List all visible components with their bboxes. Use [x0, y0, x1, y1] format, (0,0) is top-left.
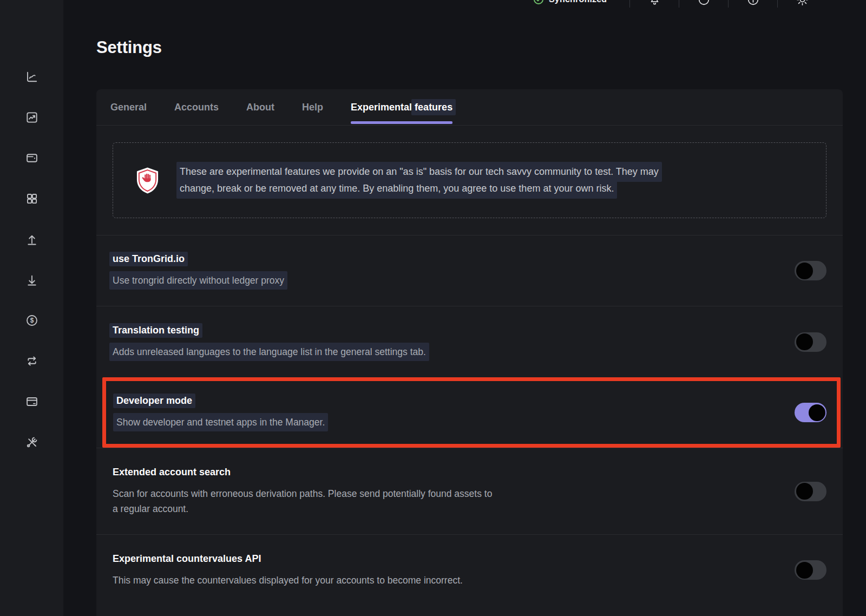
settings-button[interactable] [778, 0, 826, 6]
buy-sell-dollar-icon: $ [25, 313, 39, 327]
countervalues-api-toggle[interactable] [795, 560, 826, 580]
swap-icon [25, 354, 39, 368]
setting-description: Adds unreleased languages to the languag… [109, 343, 429, 361]
sync-check-icon [533, 0, 544, 5]
sidebar-item-send[interactable] [25, 232, 39, 246]
svg-text:$: $ [30, 317, 34, 324]
discreet-mode-button[interactable] [679, 0, 728, 6]
sidebar-item-receive[interactable] [25, 273, 39, 287]
sidebar-item-card[interactable] [25, 395, 39, 409]
notifications-button[interactable] [630, 0, 679, 6]
toggle-knob [809, 404, 825, 421]
setting-title: use TronGrid.io [109, 252, 188, 266]
experimental-warning-text: These are experimental features we provi… [180, 163, 659, 197]
settings-gear-icon [796, 0, 809, 6]
sync-status-label: Synchronized [549, 0, 607, 4]
sidebar-item-accounts[interactable] [25, 151, 39, 165]
page-title: Settings [96, 38, 162, 57]
my-ledger-tools-icon [25, 435, 39, 449]
experimental-warning-box: These are experimental features we provi… [113, 142, 826, 218]
setting-description: Use trongrid directly without ledger pro… [109, 271, 287, 290]
send-icon [25, 232, 39, 246]
extended-account-search-toggle[interactable] [795, 482, 826, 501]
tab-label-prefix: Experimental [351, 102, 415, 113]
sidebar-item-my-ledger[interactable] [25, 435, 39, 449]
setting-description: Scan for accounts with erroneous derivat… [113, 486, 492, 516]
tab-label-highlighted: features [411, 99, 456, 115]
setting-text: Experimental countervalues API This may … [113, 553, 463, 588]
sidebar: $ [0, 0, 63, 616]
toggle-knob [796, 333, 813, 350]
setting-text: Translation testing Adds unreleased lang… [113, 325, 426, 359]
setting-title: Translation testing [109, 323, 202, 338]
toggle-knob [796, 483, 813, 500]
shield-hand-icon [135, 167, 160, 194]
setting-title: Experimental countervalues API [113, 553, 261, 565]
setting-description: Show developer and testnet apps in the M… [113, 413, 328, 431]
settings-panel: General Accounts About Help Experimental… [96, 89, 843, 616]
tab-about[interactable]: About [246, 102, 274, 113]
setting-row-countervalues-api: Experimental countervalues API This may … [96, 534, 843, 616]
setting-description: This may cause the countervalues display… [113, 573, 463, 588]
setting-title: Extended account search [113, 467, 231, 478]
tab-help[interactable]: Help [302, 102, 323, 113]
experimental-warning-section: These are experimental features we provi… [96, 126, 843, 235]
toggle-knob [796, 263, 813, 279]
sidebar-item-buy-sell[interactable]: $ [25, 313, 39, 327]
topbar: Synchronized [533, 0, 826, 8]
sidebar-item-portfolio[interactable] [25, 70, 39, 84]
developer-mode-toggle[interactable] [795, 403, 826, 422]
toggle-knob [796, 562, 813, 579]
discover-grid-icon [25, 192, 39, 206]
setting-row-translation-testing: Translation testing Adds unreleased lang… [96, 306, 843, 377]
setting-text: use TronGrid.io Use trongrid directly wi… [113, 253, 284, 288]
settings-tabbar: General Accounts About Help Experimental… [96, 89, 843, 126]
help-button[interactable] [729, 0, 777, 6]
sidebar-item-discover[interactable] [25, 192, 39, 206]
portfolio-chart-icon [25, 70, 39, 84]
setting-text: Developer mode Show developer and testne… [116, 395, 325, 430]
warning-line-2: change, break or be removed at any time.… [176, 179, 617, 199]
accounts-wallet-icon [25, 151, 39, 165]
setting-row-extended-account-search: Extended account search Scan for account… [96, 448, 843, 534]
sync-status[interactable]: Synchronized [533, 0, 607, 5]
tab-accounts[interactable]: Accounts [174, 102, 219, 113]
receive-icon [25, 273, 39, 287]
tab-general[interactable]: General [110, 102, 147, 113]
setting-row-developer-mode: Developer mode Show developer and testne… [102, 377, 841, 448]
trongrid-toggle[interactable] [795, 261, 826, 280]
setting-row-trongrid: use TronGrid.io Use trongrid directly wi… [96, 235, 843, 306]
sidebar-item-market[interactable] [25, 110, 39, 124]
discreet-mode-icon [697, 0, 711, 6]
tab-experimental-features[interactable]: Experimental features [351, 102, 452, 113]
market-trend-icon [25, 110, 39, 124]
setting-title: Developer mode [113, 394, 195, 408]
card-icon [25, 395, 39, 409]
settings-rows: use TronGrid.io Use trongrid directly wi… [96, 235, 843, 616]
help-info-icon [746, 0, 760, 6]
translation-testing-toggle[interactable] [795, 332, 826, 352]
setting-text: Extended account search Scan for account… [113, 467, 492, 516]
notifications-bell-icon [648, 0, 661, 6]
sidebar-item-swap[interactable] [25, 354, 39, 368]
